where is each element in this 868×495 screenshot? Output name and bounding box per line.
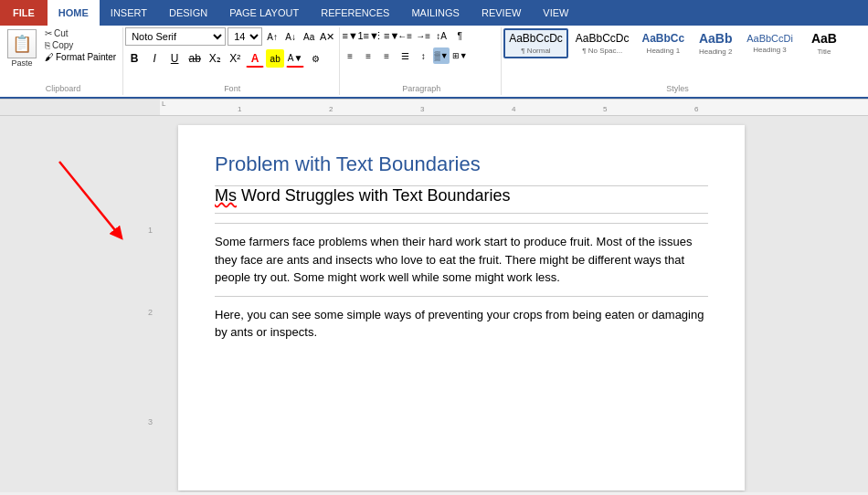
change-case-button[interactable]: Aa bbox=[301, 28, 317, 45]
document-area: Problem with Text Boundaries Ms Word Str… bbox=[160, 116, 868, 492]
style-heading3-preview: AaBbCcDi bbox=[746, 33, 793, 45]
style-heading2[interactable]: AaBb Heading 2 bbox=[692, 27, 739, 59]
cut-label: Cut bbox=[54, 28, 69, 38]
tab-home[interactable]: HOME bbox=[48, 0, 100, 26]
line-number-3: 3 bbox=[148, 417, 153, 427]
multilevel-list-button[interactable]: ⋮≡▼ bbox=[378, 27, 395, 44]
bullets-button[interactable]: ≡▼ bbox=[342, 27, 358, 44]
style-normal[interactable]: AaBbCcDc ¶ Normal bbox=[503, 28, 568, 58]
ruler-left bbox=[0, 100, 160, 115]
superscript-button[interactable]: X² bbox=[226, 49, 244, 68]
paragraph-group-label: Paragraph bbox=[342, 82, 501, 95]
font-size-increase-button[interactable]: A↑ bbox=[264, 28, 281, 45]
style-no-spacing-label: ¶ No Spac... bbox=[582, 47, 622, 55]
align-left-button[interactable]: ≡ bbox=[342, 47, 358, 64]
ruler-main: L 1 2 3 4 5 6 bbox=[160, 100, 868, 115]
line-number-1: 1 bbox=[148, 226, 153, 235]
tab-mailings[interactable]: MAILINGS bbox=[400, 0, 471, 26]
copy-label: Copy bbox=[52, 40, 73, 50]
text-effects-button[interactable]: ⚙ bbox=[306, 49, 324, 68]
increase-indent-button[interactable]: →≡ bbox=[415, 27, 431, 44]
decrease-indent-button[interactable]: ←≡ bbox=[397, 27, 413, 44]
ruler: L 1 2 3 4 5 6 bbox=[0, 100, 868, 116]
paste-icon: 📋 bbox=[7, 29, 37, 58]
justify-button[interactable]: ☰ bbox=[397, 47, 413, 64]
style-no-spacing-preview: AaBbCcDc bbox=[576, 32, 630, 45]
tab-page-layout[interactable]: PAGE LAYOUT bbox=[218, 0, 310, 26]
highlight-color-button[interactable]: ab bbox=[266, 49, 284, 68]
font-group-label: Font bbox=[125, 82, 339, 95]
style-no-spacing[interactable]: AaBbCcDc ¶ No Spac... bbox=[570, 28, 635, 58]
copy-icon: ⎘ bbox=[45, 40, 50, 50]
font-size-select[interactable]: 14 bbox=[228, 27, 262, 46]
font-size-decrease-button[interactable]: A↓ bbox=[282, 28, 299, 45]
borders-button[interactable]: ⊞▼ bbox=[451, 47, 468, 64]
format-painter-label: Format Painter bbox=[56, 52, 116, 62]
ruler-mark-3: 3 bbox=[420, 105, 424, 113]
annotation-arrow bbox=[0, 116, 160, 299]
cut-button[interactable]: ✂ Cut bbox=[42, 27, 119, 39]
ruler-mark-5: 5 bbox=[603, 105, 607, 113]
left-margin: 1 2 3 bbox=[0, 116, 160, 492]
style-heading2-preview: AaBb bbox=[699, 31, 733, 47]
style-heading1-preview: AaBbCc bbox=[642, 32, 685, 45]
ruler-mark-l: L bbox=[162, 100, 165, 108]
bold-button[interactable]: B bbox=[125, 49, 143, 68]
format-painter-icon: 🖌 bbox=[45, 52, 54, 62]
document-subtitle: Ms Word Struggles with Text Boundaries bbox=[215, 186, 708, 214]
tab-file[interactable]: FILE bbox=[0, 0, 48, 26]
svg-line-0 bbox=[59, 162, 119, 235]
ruler-mark-6: 6 bbox=[694, 105, 698, 113]
subtitle-word1: Ms bbox=[215, 186, 237, 205]
style-heading1-label: Heading 1 bbox=[647, 47, 680, 55]
styles-group-label: Styles bbox=[503, 82, 852, 95]
clear-formatting-button[interactable]: A✕ bbox=[319, 28, 335, 45]
style-title[interactable]: AaB Title bbox=[800, 27, 848, 59]
document-page: Problem with Text Boundaries Ms Word Str… bbox=[178, 125, 745, 490]
style-title-label: Title bbox=[818, 47, 831, 56]
font-name-select[interactable]: Noto Serif bbox=[125, 27, 226, 46]
font-color-button[interactable]: A▼ bbox=[286, 49, 304, 68]
underline-button[interactable]: U bbox=[165, 49, 184, 68]
align-center-button[interactable]: ≡ bbox=[360, 47, 376, 64]
text-color-button[interactable]: A bbox=[246, 49, 264, 68]
paste-label: Paste bbox=[11, 58, 32, 68]
sort-button[interactable]: ↕A bbox=[433, 27, 450, 44]
tab-view[interactable]: VIEW bbox=[532, 0, 579, 26]
align-right-button[interactable]: ≡ bbox=[378, 47, 395, 64]
style-title-preview: AaB bbox=[811, 31, 837, 47]
style-heading3-label: Heading 3 bbox=[753, 46, 786, 54]
style-heading3[interactable]: AaBbCcDi Heading 3 bbox=[741, 29, 799, 58]
copy-button[interactable]: ⎘ Copy bbox=[42, 39, 119, 51]
tab-review[interactable]: REVIEW bbox=[471, 0, 532, 26]
line-number-2: 2 bbox=[148, 308, 153, 317]
tab-insert[interactable]: INSERT bbox=[100, 0, 158, 26]
style-normal-preview: AaBbCcDc bbox=[509, 32, 563, 45]
ruler-mark-2: 2 bbox=[329, 105, 333, 113]
ruler-mark-4: 4 bbox=[512, 105, 515, 113]
document-paragraph1: Some farmers face problems when their ha… bbox=[215, 233, 708, 297]
tab-references[interactable]: REFERENCES bbox=[310, 0, 400, 26]
style-heading1[interactable]: AaBbCc Heading 1 bbox=[637, 28, 691, 58]
subscript-button[interactable]: X₂ bbox=[206, 49, 224, 68]
italic-button[interactable]: I bbox=[145, 49, 164, 68]
shading-button[interactable]: ▒▼ bbox=[433, 47, 450, 64]
subtitle-rest: Word Struggles with Text Boundaries bbox=[237, 186, 511, 205]
format-painter-button[interactable]: 🖌 Format Painter bbox=[42, 51, 119, 63]
document-title: Problem with Text Boundaries bbox=[215, 153, 708, 176]
style-heading2-label: Heading 2 bbox=[699, 47, 732, 56]
clipboard-group-label: Clipboard bbox=[4, 82, 122, 95]
style-normal-label: ¶ Normal bbox=[521, 47, 550, 55]
cut-icon: ✂ bbox=[45, 28, 52, 38]
ruler-mark-1: 1 bbox=[238, 105, 241, 113]
show-formatting-button[interactable]: ¶ bbox=[451, 27, 468, 44]
paste-button[interactable]: 📋 Paste bbox=[4, 27, 40, 69]
strikethrough-button[interactable]: ab bbox=[185, 49, 204, 68]
tab-design[interactable]: DESIGN bbox=[158, 0, 218, 26]
document-paragraph2: Here, you can see some simple ways of pr… bbox=[215, 297, 708, 342]
line-spacing-button[interactable]: ↕ bbox=[415, 47, 431, 64]
subtitle-divider bbox=[215, 223, 708, 224]
